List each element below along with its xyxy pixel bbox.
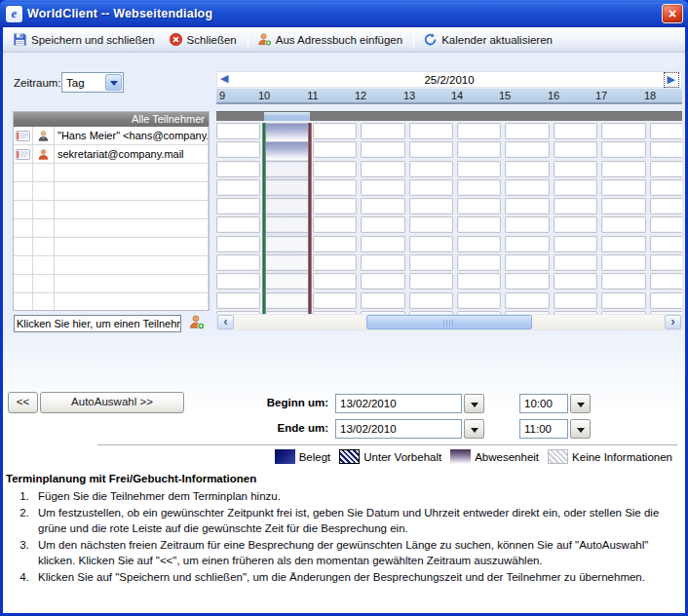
calendar-cell[interactable] [457, 292, 501, 309]
calendar-cell[interactable] [601, 292, 645, 309]
calendar-cell[interactable] [264, 254, 308, 271]
calendar-cell[interactable] [409, 292, 453, 309]
calendar-cell[interactable] [313, 216, 357, 233]
participant-row[interactable]: "Hans Meier" <hans@company.mail> [14, 127, 209, 145]
calendar-cell[interactable] [457, 123, 501, 139]
calendar-cell[interactable] [650, 216, 682, 233]
chevron-down-icon[interactable] [105, 74, 122, 91]
calendar-cell[interactable] [409, 141, 453, 158]
calendar-cell[interactable] [313, 292, 357, 309]
calendar-cell[interactable] [313, 179, 357, 196]
calendar-cell[interactable] [505, 216, 549, 233]
calendar-cell[interactable] [361, 179, 404, 196]
end-date-field[interactable]: 13/02/2010 [335, 419, 462, 439]
scroll-right-arrow[interactable]: › [665, 315, 681, 329]
calendar-cell[interactable] [650, 161, 682, 177]
participant-row[interactable]: sekretariat@company.mail [14, 145, 209, 164]
calendar-cell[interactable] [457, 216, 501, 233]
calendar-cell[interactable] [554, 273, 597, 289]
close-dialog-button[interactable]: Schließen [163, 29, 245, 50]
calendar-cell[interactable] [409, 254, 453, 271]
calendar-cell[interactable] [264, 236, 308, 252]
calendar-cell[interactable] [650, 236, 682, 252]
calendar-cell[interactable] [409, 216, 453, 233]
calendar-cell[interactable] [313, 236, 357, 252]
calendar-cell[interactable] [505, 141, 549, 158]
calendar-cell[interactable] [554, 216, 597, 233]
calendar-cell[interactable] [554, 254, 597, 271]
begin-date-dropdown-button[interactable] [464, 394, 484, 413]
calendar-cell[interactable] [361, 198, 404, 214]
calendar-cell[interactable] [505, 179, 549, 196]
calendar-cell[interactable] [216, 179, 260, 196]
calendar-cell[interactable] [601, 161, 645, 177]
calendar-cell[interactable] [601, 236, 645, 252]
begin-date-field[interactable]: 13/02/2010 [335, 394, 462, 413]
scrollbar-thumb[interactable] [366, 315, 532, 329]
calendar-cell[interactable] [361, 161, 404, 177]
add-participant-input[interactable]: Klicken Sie hier, um einen Teilnehme [14, 315, 181, 332]
end-time-dropdown-button[interactable] [570, 419, 591, 439]
scroll-left-arrow[interactable]: ‹ [217, 315, 234, 329]
calendar-cell[interactable] [457, 179, 501, 196]
calendar-cell[interactable] [216, 216, 260, 233]
calendar-cell[interactable] [601, 216, 645, 233]
previous-timespan-button[interactable]: << [8, 392, 38, 413]
person-add-icon[interactable] [188, 314, 207, 331]
calendar-cell[interactable] [216, 198, 260, 214]
calendar-cell[interactable] [409, 236, 453, 252]
calendar-cell[interactable] [409, 198, 453, 214]
calendar-cell[interactable] [601, 273, 645, 289]
calendar-cell[interactable] [554, 161, 597, 177]
calendar-cell[interactable] [409, 161, 453, 177]
refresh-calendar-button[interactable]: Kalender aktualisieren [417, 29, 560, 50]
calendar-cell[interactable] [650, 123, 682, 139]
autoselect-button[interactable]: AutoAuswahl >> [40, 392, 184, 413]
calendar-cell[interactable] [264, 273, 308, 289]
end-time-handle[interactable] [308, 123, 312, 314]
calendar-cell[interactable] [457, 236, 501, 252]
calendar-cell[interactable] [409, 123, 453, 139]
calendar-cell[interactable] [457, 254, 501, 271]
calendar-cell[interactable] [409, 179, 453, 196]
calendar-cell[interactable] [457, 161, 501, 177]
calendar-cell[interactable] [264, 161, 308, 177]
calendar-cell[interactable] [216, 141, 260, 158]
calendar-cell[interactable] [650, 292, 682, 309]
calendar-cell[interactable] [361, 216, 404, 233]
calendar-cell[interactable] [313, 254, 357, 271]
calendar-cell[interactable] [264, 198, 308, 214]
calendar-cell[interactable] [457, 273, 501, 289]
calendar-cell[interactable] [554, 236, 597, 252]
calendar-cell[interactable] [313, 123, 357, 139]
calendar-next-day-button[interactable]: ▶ [664, 72, 679, 88]
calendar-cell[interactable] [216, 292, 260, 309]
calendar-cell[interactable] [457, 198, 501, 214]
calendar-cell[interactable] [264, 179, 308, 196]
calendar-cell[interactable] [216, 273, 260, 289]
calendar-cell[interactable] [601, 179, 645, 196]
end-date-dropdown-button[interactable] [464, 419, 484, 439]
calendar-cell[interactable] [505, 273, 549, 289]
calendar-cell[interactable] [650, 254, 682, 271]
calendar-cell[interactable] [457, 141, 501, 158]
calendar-cell[interactable] [554, 179, 597, 196]
calendar-cell[interactable] [361, 123, 404, 139]
calendar-cell[interactable] [313, 141, 357, 158]
calendar-cell[interactable] [554, 292, 597, 309]
calendar-cell[interactable] [313, 273, 357, 289]
calendar-cell[interactable] [505, 198, 549, 214]
calendar-cell[interactable] [409, 273, 453, 289]
calendar-cell[interactable] [313, 198, 357, 214]
calendar-cell[interactable] [313, 161, 357, 177]
calendar-cell[interactable] [361, 254, 404, 271]
calendar-cell[interactable] [650, 141, 682, 158]
close-button[interactable]: × [662, 4, 683, 23]
end-time-field[interactable]: 11:00 [519, 419, 568, 439]
begin-time-dropdown-button[interactable] [570, 394, 591, 413]
begin-time-field[interactable]: 10:00 [519, 394, 568, 413]
zeitraum-select[interactable]: Tag [61, 72, 124, 93]
start-time-handle[interactable] [262, 123, 266, 314]
calendar-cell[interactable] [361, 292, 404, 309]
add-from-addressbook-button[interactable]: Aus Adressbuch einfügen [251, 29, 410, 50]
